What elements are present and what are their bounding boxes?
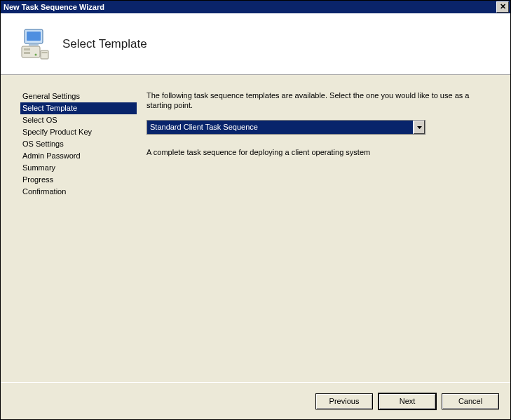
cancel-button[interactable]: Cancel [442, 393, 499, 409]
svg-marker-9 [417, 126, 422, 129]
step-admin-password[interactable]: Admin Password [20, 150, 137, 162]
wizard-steps-sidebar: General Settings Select Template Select … [1, 75, 141, 382]
wizard-body: General Settings Select Template Select … [1, 75, 510, 382]
svg-rect-1 [27, 32, 41, 41]
template-dropdown[interactable]: Standard Client Task Sequence [147, 120, 425, 135]
close-icon: ✕ [500, 2, 506, 11]
wizard-main-panel: The following task sequence templates ar… [141, 75, 510, 382]
close-button[interactable]: ✕ [496, 1, 509, 13]
step-confirmation[interactable]: Confirmation [20, 186, 137, 198]
template-description: A complete task sequence for deploying a… [147, 147, 493, 157]
chevron-down-icon [417, 126, 422, 129]
instruction-text: The following task sequence templates ar… [147, 90, 493, 110]
svg-rect-7 [42, 52, 48, 53]
previous-button[interactable]: Previous [315, 393, 373, 409]
titlebar[interactable]: New Task Sequence Wizard ✕ [1, 1, 510, 13]
step-select-os[interactable]: Select OS [20, 114, 137, 126]
dropdown-button[interactable] [413, 121, 425, 134]
window-title: New Task Sequence Wizard [4, 3, 104, 11]
step-general-settings[interactable]: General Settings [20, 90, 137, 102]
page-heading: Select Template [62, 37, 147, 51]
next-button[interactable]: Next [379, 393, 436, 409]
svg-rect-5 [24, 52, 30, 54]
svg-rect-2 [29, 43, 39, 46]
wizard-header: Select Template [1, 13, 510, 75]
step-select-template[interactable]: Select Template [20, 102, 137, 114]
step-specify-product-key[interactable]: Specify Product Key [20, 126, 137, 138]
svg-rect-4 [24, 48, 30, 50]
step-os-settings[interactable]: OS Settings [20, 138, 137, 150]
step-summary[interactable]: Summary [20, 162, 137, 174]
svg-point-8 [35, 53, 37, 55]
step-progress[interactable]: Progress [20, 174, 137, 186]
template-dropdown-value: Standard Client Task Sequence [147, 121, 413, 134]
computer-icon [20, 28, 50, 60]
svg-rect-6 [41, 50, 48, 59]
wizard-footer: Previous Next Cancel [1, 382, 510, 419]
